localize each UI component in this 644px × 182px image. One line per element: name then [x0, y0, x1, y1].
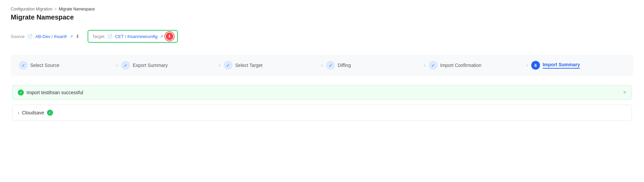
step-3-label: Select Target — [235, 63, 262, 68]
step-2: ✓ Export Summary — [121, 61, 215, 70]
step-arrow-1: › — [113, 62, 121, 68]
success-banner-left: ✓ Import testihsan successful — [18, 89, 83, 96]
step-5: ✓ Import Confirmation — [429, 61, 523, 70]
step-1: ✓ Select Source — [19, 61, 113, 70]
target-value: CET / ihsannewconfig — [115, 34, 157, 39]
step-3-icon: ✓ — [224, 61, 233, 70]
step-6: 6 Import Summary — [531, 61, 625, 70]
cloudsave-label: Cloudsave — [22, 110, 44, 115]
step-4-icon: ✓ — [326, 61, 335, 70]
success-banner: ✓ Import testihsan successful × — [12, 85, 632, 100]
step-5-icon: ✓ — [429, 61, 438, 70]
step-1-label: Select Source — [30, 63, 59, 68]
source-download-icon[interactable]: ⬇ — [76, 34, 80, 39]
source-section: Source 📄 AB-Dev / ihsanfr ↗ ⬇ — [11, 34, 80, 39]
source-label: Source — [11, 34, 24, 39]
step-arrow-2: › — [215, 62, 224, 68]
target-section: Target 📄 CET / ihsannewconfig ↗ ⬇ — [88, 30, 178, 43]
step-1-icon: ✓ — [19, 61, 28, 70]
file-icon: 📄 — [27, 34, 33, 39]
breadcrumb-separator: > — [54, 7, 57, 11]
step-4: ✓ Diffing — [326, 61, 420, 70]
cloudsave-status-icon: ✓ — [47, 110, 53, 116]
target-label: Target — [92, 34, 104, 39]
step-6-label: Import Summary — [543, 62, 580, 69]
step-6-icon: 6 — [531, 61, 540, 70]
step-5-label: Import Confirmation — [440, 63, 482, 68]
breadcrumb-current: Migrate Namespace — [59, 7, 95, 11]
content-area: ✓ Import testihsan successful × › Clouds… — [11, 85, 633, 121]
page-title: Migrate Namespace — [11, 13, 633, 21]
steps-bar: ✓ Select Source › ✓ Export Summary › ✓ S… — [11, 55, 633, 76]
step-arrow-5: › — [523, 62, 531, 68]
close-button[interactable]: × — [623, 90, 626, 95]
success-message: Import testihsan successful — [27, 90, 83, 95]
source-target-bar: Source 📄 AB-Dev / ihsanfr ↗ ⬇ Target 📄 C… — [11, 27, 633, 45]
success-icon: ✓ — [18, 89, 24, 96]
step-3: ✓ Select Target — [224, 61, 318, 70]
breadcrumb: Configuration Migration > Migrate Namesp… — [11, 7, 633, 11]
source-value: AB-Dev / ihsanfr — [35, 34, 67, 39]
step-arrow-4: › — [420, 62, 429, 68]
source-external-link-icon[interactable]: ↗ — [70, 34, 73, 39]
step-2-icon: ✓ — [121, 61, 130, 70]
cloudsave-row: › Cloudsave ✓ — [12, 105, 632, 121]
chevron-icon[interactable]: › — [18, 110, 19, 115]
target-download-icon[interactable]: ⬇ — [166, 33, 173, 40]
step-arrow-3: › — [318, 62, 326, 68]
target-file-icon: 📄 — [107, 34, 112, 39]
breadcrumb-parent[interactable]: Configuration Migration — [11, 7, 52, 11]
target-external-link-icon[interactable]: ↗ — [160, 34, 163, 39]
page-container: Configuration Migration > Migrate Namesp… — [0, 0, 644, 182]
step-4-label: Diffing — [338, 63, 351, 68]
step-2-label: Export Summary — [133, 63, 167, 68]
